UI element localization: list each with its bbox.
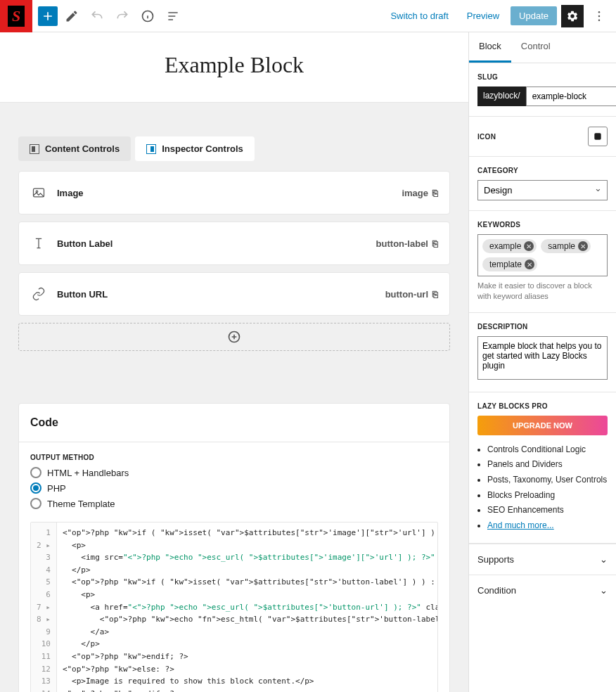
tab-label: Inspector Controls [162,143,243,154]
code-panel-title: Code [30,416,438,429]
control-slug: button-url [385,289,428,300]
code-editor[interactable]: 12 ▸34567 ▸8 ▸9101112131415 <"op">?php "… [30,522,438,692]
link-icon [30,286,47,302]
preview-button[interactable]: Preview [460,6,506,25]
description-textarea[interactable]: Example block that helps you to get star… [477,336,608,380]
radio-php[interactable]: PHP [30,482,438,494]
keywords-label: KEYWORDS [477,221,608,229]
supports-accordion[interactable]: Supports⌄ [469,544,616,575]
chevron-down-icon: ⌄ [600,554,608,565]
tab-inspector-controls[interactable]: Inspector Controls [135,136,255,161]
svg-point-2 [598,15,601,17]
radio-html[interactable]: HTML + Handlebars [30,467,438,478]
control-label: Image [57,188,84,198]
settings-button[interactable] [561,5,584,27]
pro-item: Blocks Preloading [487,488,608,504]
page-title[interactable]: Example Block [0,52,468,78]
keywords-help: Make it easier to discover a block with … [477,281,608,302]
radio-label: HTML + Handlebars [47,468,129,478]
radio-theme[interactable]: Theme Template [30,498,438,509]
pro-item: Posts, Taxonomy, User Controls [487,473,608,488]
sidebar-tab-block[interactable]: Block [469,32,511,63]
copy-icon[interactable]: ⎘ [432,238,438,249]
description-label: DESCRIPTION [477,323,608,331]
output-method-label: OUTPUT METHOD [30,454,438,461]
svg-rect-7 [594,133,601,139]
control-row-button-url[interactable]: Button URL button-url⎘ [18,272,450,316]
radio-label: Theme Template [47,499,115,509]
upgrade-button[interactable]: UPGRADE NOW [477,416,608,435]
category-select[interactable]: Design [477,180,608,200]
category-label: CATEGORY [477,167,608,174]
keyword-tag: example✕ [482,239,537,253]
pro-item: Controls Conditional Logic [487,442,608,458]
image-icon [30,184,47,201]
slug-label: SLUG [477,73,608,81]
info-button[interactable] [136,5,159,27]
redo-button[interactable] [111,5,134,27]
icon-picker-button[interactable] [588,127,608,146]
more-menu-button[interactable] [588,5,610,27]
svg-point-3 [598,19,601,21]
pro-more-link[interactable]: And much more... [487,520,554,530]
undo-button[interactable] [86,5,108,27]
copy-icon[interactable]: ⎘ [432,188,438,198]
pro-item: Panels and Dividers [487,457,608,473]
add-block-button[interactable] [38,6,58,26]
condition-accordion[interactable]: Condition⌄ [469,575,616,606]
keyword-tag: sample✕ [541,239,591,253]
remove-tag-button[interactable]: ✕ [578,241,588,251]
radio-label: PHP [47,483,66,494]
slug-input[interactable] [526,86,616,106]
remove-tag-button[interactable]: ✕ [525,260,534,269]
pro-label: LAZY BLOCKS PRO [477,402,608,410]
text-icon [30,235,47,252]
switch-draft-button[interactable]: Switch to draft [383,6,455,25]
control-slug: image [402,188,428,198]
pro-item: SEO Enhancements [487,503,608,518]
svg-point-1 [598,11,601,12]
sidebar-tab-control[interactable]: Control [511,32,560,63]
control-row-button-label[interactable]: Button Label button-label⎘ [18,222,450,265]
accordion-label: Condition [477,585,516,596]
update-button[interactable]: Update [511,6,557,25]
add-control-button[interactable] [18,323,450,351]
icon-label: ICON [477,133,496,141]
keyword-tag: template✕ [482,257,537,271]
edit-tool-button[interactable] [60,5,83,27]
tab-content-controls[interactable]: Content Controls [18,136,131,161]
control-label: Button URL [57,289,108,300]
control-label: Button Label [57,238,113,249]
accordion-label: Supports [477,554,514,565]
slug-prefix: lazyblock/ [477,86,526,106]
remove-tag-button[interactable]: ✕ [524,241,534,251]
control-row-image[interactable]: Image image⎘ [18,171,450,214]
chevron-down-icon: ⌄ [600,585,608,596]
outline-button[interactable] [162,5,184,27]
app-logo[interactable]: S [0,0,32,32]
tab-label: Content Controls [45,143,120,154]
keywords-input[interactable]: example✕ sample✕ template✕ [477,234,608,276]
control-slug: button-label [376,238,428,249]
copy-icon[interactable]: ⎘ [432,289,438,300]
